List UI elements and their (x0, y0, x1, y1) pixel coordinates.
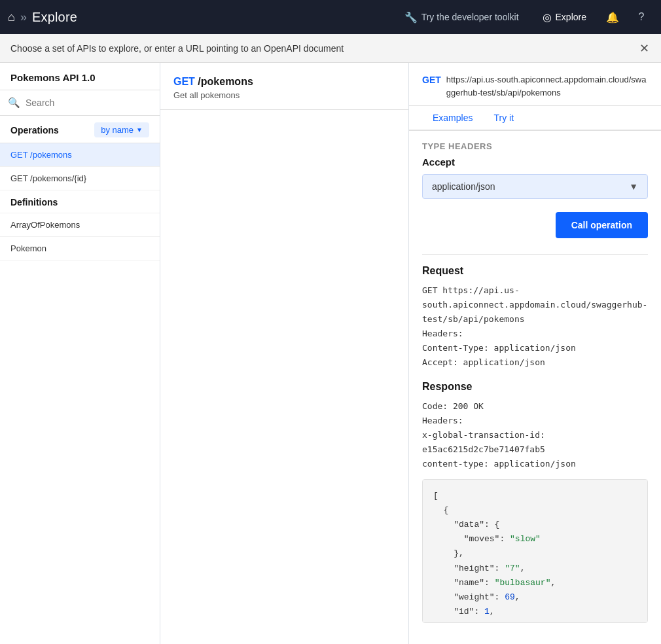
call-operation-button[interactable]: Call operation (556, 212, 648, 238)
toolkit-label: Try the developer toolkit (421, 12, 519, 22)
type-headers-label: Type Headers (422, 141, 648, 151)
sidebar: Pokemons API 1.0 🔍 Operations by name ▼ … (0, 63, 160, 644)
compass-icon: ◎ (543, 11, 552, 24)
accept-dropdown[interactable]: application/json ▼ (422, 174, 648, 199)
sidebar-item-pokemon[interactable]: Pokemon (0, 237, 160, 260)
endpoint-title: GET /pokemons (173, 76, 395, 88)
request-title: Request (422, 265, 648, 277)
response-text: Code: 200 OK Headers: x-global-transacti… (422, 399, 648, 471)
http-method: GET (173, 76, 195, 87)
dropdown-caret-icon: ▼ (136, 126, 143, 134)
response-code-block: [ { "data": { "moves": "slow" }, "height… (422, 479, 648, 623)
nav-links: 🔧 Try the developer toolkit ◎ Explore 🔔 … (395, 5, 653, 29)
top-navigation: ⌂ » Explore 🔧 Try the developer toolkit … (0, 0, 661, 34)
try-it-tab[interactable]: Try it (483, 106, 524, 131)
explore-label: Explore (556, 12, 586, 22)
divider (422, 254, 648, 255)
subbar: Choose a set of APIs to explore, or ente… (0, 34, 661, 63)
response-title: Response (422, 381, 648, 393)
sort-by-name-label: by name (101, 125, 134, 135)
search-input[interactable] (26, 98, 152, 108)
close-button[interactable]: ✕ (635, 39, 653, 58)
breadcrumb-chevron: » (20, 10, 27, 24)
api-title: Pokemons API 1.0 (0, 63, 160, 90)
sidebar-item-get-pokemon-by-id[interactable]: GET /pokemons/{id} (0, 167, 160, 190)
sort-by-name-dropdown[interactable]: by name ▼ (94, 122, 149, 137)
search-icon: 🔍 (8, 97, 20, 109)
main-layout: Pokemons API 1.0 🔍 Operations by name ▼ … (0, 63, 661, 644)
request-section: Request GET https://api.us-south.apiconn… (422, 265, 648, 370)
definitions-label: Definitions (0, 190, 160, 213)
accept-value: application/json (432, 181, 495, 192)
explore-link[interactable]: ◎ Explore (533, 7, 596, 27)
response-section: Response Code: 200 OK Headers: x-global-… (422, 381, 648, 623)
accept-dropdown-caret-icon: ▼ (629, 181, 638, 192)
sidebar-item-array-of-pokemons[interactable]: ArrayOfPokemons (0, 213, 160, 237)
operations-header: Operations by name ▼ (0, 116, 160, 143)
url-method: GET (422, 75, 441, 85)
endpoint-path: /pokemons (198, 76, 253, 87)
url-text: https://api.us-south.apiconnect.appdomai… (446, 73, 648, 99)
home-icon[interactable]: ⌂ (8, 10, 15, 24)
right-panel: GET https://api.us-south.apiconnect.appd… (409, 63, 661, 644)
endpoint-header: GET /pokemons Get all pokemons (160, 63, 408, 110)
tab-bar: Examples Try it (409, 106, 661, 131)
notifications-button[interactable]: 🔔 (601, 5, 624, 29)
url-bar: GET https://api.us-south.apiconnect.appd… (409, 63, 661, 106)
request-text: GET https://api.us-south.apiconnect.appd… (422, 283, 648, 370)
examples-tab[interactable]: Examples (422, 106, 483, 131)
subbar-text: Choose a set of APIs to explore, or ente… (10, 43, 344, 54)
toolkit-link[interactable]: 🔧 Try the developer toolkit (395, 7, 528, 27)
toolkit-icon: 🔧 (404, 11, 418, 24)
middle-panel: GET /pokemons Get all pokemons (160, 63, 409, 644)
sidebar-item-get-pokemons[interactable]: GET /pokemons (0, 143, 160, 167)
search-box: 🔍 (0, 90, 160, 116)
app-title: Explore (32, 10, 77, 25)
operations-label: Operations (10, 125, 59, 135)
help-button[interactable]: ? (630, 5, 653, 29)
right-content: Type Headers Accept application/json ▼ C… (409, 131, 661, 644)
accept-label: Accept (422, 156, 648, 168)
endpoint-description: Get all pokemons (173, 90, 395, 100)
